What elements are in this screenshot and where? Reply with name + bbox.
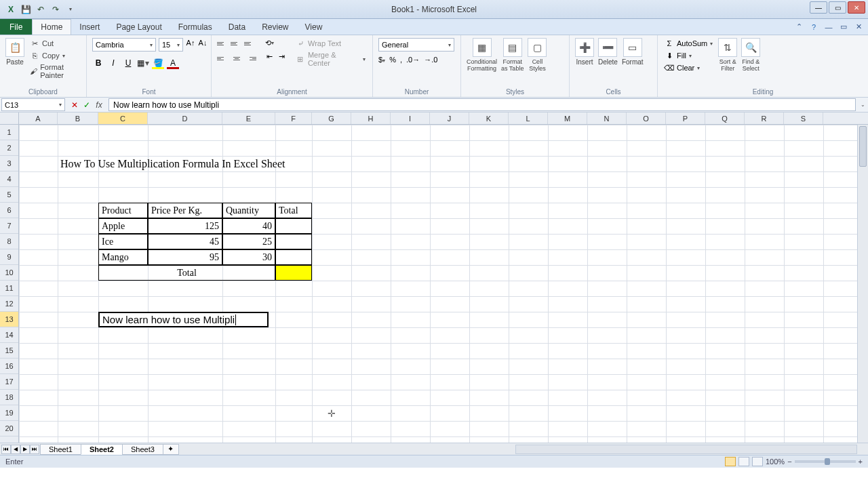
row-header-13[interactable]: 13 <box>0 312 18 327</box>
row-header-14[interactable]: 14 <box>0 327 18 343</box>
column-header-J[interactable]: J <box>430 113 469 124</box>
zoom-in-button[interactable]: + <box>859 458 863 466</box>
format-cells-button[interactable]: ▭Format <box>622 38 644 66</box>
redo-icon[interactable]: ↷ <box>49 3 62 16</box>
price-0[interactable]: 125 <box>148 218 222 234</box>
tab-formulas[interactable]: Formulas <box>170 19 220 35</box>
font-size-select[interactable]: 15▾ <box>159 38 183 52</box>
column-header-K[interactable]: K <box>469 113 509 124</box>
insert-cells-button[interactable]: ➕Insert <box>575 38 594 66</box>
select-all-corner[interactable] <box>0 113 18 125</box>
product-0[interactable]: Apple <box>98 218 148 234</box>
paste-button[interactable]: 📋 Paste <box>5 38 24 66</box>
column-header-E[interactable]: E <box>222 113 275 124</box>
row-header-5[interactable]: 5 <box>0 187 18 203</box>
column-header-G[interactable]: G <box>312 113 351 124</box>
horizontal-scrollbar[interactable] <box>515 445 857 454</box>
column-header-H[interactable]: H <box>351 113 391 124</box>
clear-button[interactable]: ⌫Clear▾ <box>663 62 714 73</box>
cancel-formula-icon[interactable]: ✕ <box>69 100 80 110</box>
tab-page-layout[interactable]: Page Layout <box>108 19 170 35</box>
decrease-font-icon[interactable]: A↓ <box>198 38 208 47</box>
tab-home[interactable]: Home <box>32 19 71 35</box>
new-sheet-button[interactable]: ✦ <box>163 444 179 455</box>
font-name-select[interactable]: Cambria▾ <box>92 38 156 52</box>
row-header-11[interactable]: 11 <box>0 281 18 296</box>
page-layout-view-button[interactable] <box>738 457 749 466</box>
table-header-2[interactable]: Quantity <box>222 203 275 218</box>
tab-review[interactable]: Review <box>254 19 296 35</box>
cells-area[interactable]: ABCDEFGHIJKLMNOPQRS How To Use Multiplic… <box>19 113 868 443</box>
qty-0[interactable]: 40 <box>222 218 275 234</box>
scroll-thumb[interactable] <box>859 126 867 167</box>
row-header-7[interactable]: 7 <box>0 218 18 234</box>
editing-cell-c13[interactable]: Now learn how to use Multipli <box>98 312 269 327</box>
borders-button[interactable]: ▦▾ <box>137 57 149 69</box>
column-header-L[interactable]: L <box>509 113 548 124</box>
sheet-tab-sheet3[interactable]: Sheet3 <box>122 444 163 455</box>
row-header-3[interactable]: 3 <box>0 156 18 171</box>
zoom-slider[interactable] <box>795 460 856 463</box>
column-header-S[interactable]: S <box>784 113 823 124</box>
total-0[interactable] <box>275 218 312 234</box>
total-sum-cell[interactable] <box>275 265 312 281</box>
prev-sheet-button[interactable]: ◀ <box>11 445 20 454</box>
expand-formula-bar-icon[interactable]: ⌄ <box>857 98 868 112</box>
row-header-9[interactable]: 9 <box>0 249 18 265</box>
name-box[interactable]: C13▾ <box>1 98 65 111</box>
maximize-button[interactable]: ▭ <box>829 1 846 14</box>
fill-color-button[interactable]: 🪣 <box>152 57 164 69</box>
decrease-indent-icon[interactable]: ⇤ <box>264 52 274 61</box>
table-header-1[interactable]: Price Per Kg. <box>148 203 222 218</box>
row-header-8[interactable]: 8 <box>0 234 18 249</box>
tab-insert[interactable]: Insert <box>71 19 108 35</box>
column-header-I[interactable]: I <box>391 113 430 124</box>
doc-minimize-icon[interactable]: — <box>823 22 834 32</box>
row-header-17[interactable]: 17 <box>0 374 18 390</box>
bold-button[interactable]: B <box>92 57 104 69</box>
cut-button[interactable]: ✂Cut <box>28 38 81 49</box>
sheet-tab-sheet1[interactable]: Sheet1 <box>40 444 81 455</box>
total-label-cell[interactable]: Total <box>98 265 275 281</box>
price-1[interactable]: 45 <box>148 234 222 249</box>
minimize-ribbon-icon[interactable]: ⌃ <box>793 22 804 32</box>
underline-button[interactable]: U <box>122 57 134 69</box>
row-header-6[interactable]: 6 <box>0 203 18 218</box>
sheet-tab-sheet2[interactable]: Sheet2 <box>81 444 123 455</box>
column-header-P[interactable]: P <box>666 113 705 124</box>
page-break-view-button[interactable] <box>752 457 763 466</box>
column-header-A[interactable]: A <box>19 113 58 124</box>
format-painter-button[interactable]: 🖌Format Painter <box>28 62 81 80</box>
total-2[interactable] <box>275 249 312 265</box>
formula-input[interactable]: Now learn how to use Multipli <box>108 98 856 111</box>
italic-button[interactable]: I <box>107 57 119 69</box>
row-header-1[interactable]: 1 <box>0 125 18 140</box>
cell-styles-button[interactable]: ▢Cell Styles <box>528 38 547 72</box>
column-header-C[interactable]: C <box>98 113 148 124</box>
fill-button[interactable]: ⬇Fill▾ <box>663 50 714 61</box>
sort-filter-button[interactable]: ⇅Sort & Filter <box>718 38 737 72</box>
next-sheet-button[interactable]: ▶ <box>20 445 30 454</box>
table-header-3[interactable]: Total <box>275 203 312 218</box>
row-header-2[interactable]: 2 <box>0 140 18 156</box>
zoom-thumb[interactable] <box>825 458 830 465</box>
vertical-align-buttons[interactable] <box>217 38 256 49</box>
column-header-N[interactable]: N <box>587 113 627 124</box>
zoom-out-button[interactable]: − <box>787 458 791 466</box>
orientation-button[interactable]: ⟲▾ <box>264 38 274 47</box>
horizontal-align-buttons[interactable] <box>217 53 256 64</box>
find-select-button[interactable]: 🔍Find & Select <box>741 38 760 72</box>
doc-restore-icon[interactable]: ▭ <box>838 22 849 32</box>
first-sheet-button[interactable]: ⏮ <box>1 445 11 454</box>
row-header-10[interactable]: 10 <box>0 265 18 281</box>
row-header-12[interactable]: 12 <box>0 296 18 312</box>
row-header-19[interactable]: 19 <box>0 405 18 421</box>
spreadsheet-grid[interactable]: 1234567891011121314151617181920 ABCDEFGH… <box>0 113 868 443</box>
delete-cells-button[interactable]: ➖Delete <box>598 38 618 66</box>
increase-indent-icon[interactable]: ⇥ <box>277 52 286 61</box>
tab-view[interactable]: View <box>297 19 331 35</box>
number-format-select[interactable]: General▾ <box>378 38 454 52</box>
last-sheet-button[interactable]: ⏭ <box>30 445 39 454</box>
format-as-table-button[interactable]: ▤Format as Table <box>501 38 524 72</box>
increase-decimal-button[interactable]: .0→ <box>406 56 420 64</box>
